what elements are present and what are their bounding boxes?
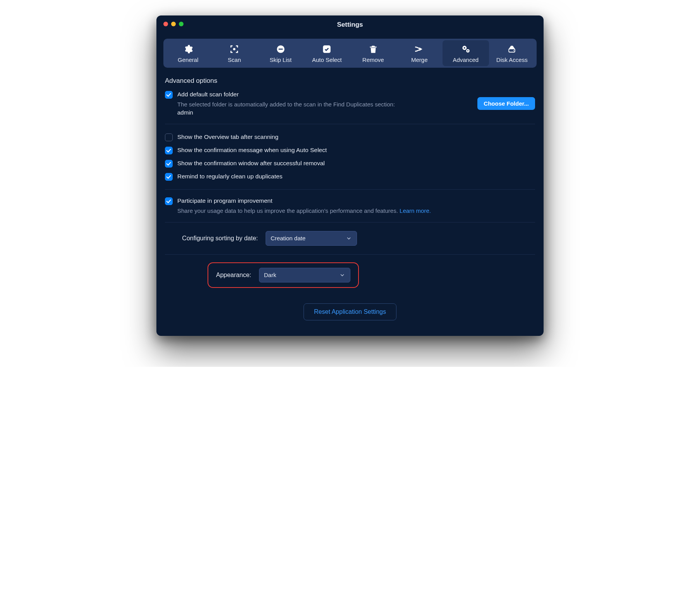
svg-rect-1 [278,49,283,50]
option-description: The selected folder is automatically add… [177,100,473,117]
option-label: Show the Overview tab after scanning [177,133,278,141]
zoom-window-button[interactable] [179,22,184,26]
option-description: Share your usage data to help us improve… [177,207,535,215]
checkbox-show-overview[interactable] [165,133,173,141]
trash-icon [368,44,378,54]
svg-point-8 [467,50,468,51]
sorting-label: Configuring sorting by date: [165,235,258,242]
tab-label: Disk Access [496,56,528,63]
option-label: Show the confirmation window after succe… [177,159,325,168]
settings-window: Settings General Scan Skip List Auto Sel… [156,15,544,336]
chevron-down-icon [339,272,345,278]
tab-remove[interactable]: Remove [350,40,396,66]
scan-icon [229,44,239,54]
tab-skip-list[interactable]: Skip List [257,40,304,66]
option-add-default-folder: Add default scan folder The selected fol… [165,89,535,118]
option-show-overview: Show the Overview tab after scanning [165,130,535,144]
tab-label: Auto Select [312,56,342,63]
window-title: Settings [337,21,363,29]
tab-general[interactable]: General [165,40,211,66]
divider [165,254,535,255]
window-controls [163,22,184,26]
settings-tabbar: General Scan Skip List Auto Select Remov… [163,39,537,68]
divider [165,124,535,124]
content-area: Advanced options Add default scan folder… [156,68,544,320]
check-square-icon [322,44,332,54]
checkbox-confirm-removal[interactable] [165,160,173,168]
option-label: Show the confirmation message when using… [177,146,327,154]
minimize-window-button[interactable] [171,22,176,26]
divider [165,222,535,222]
learn-more-link[interactable]: Learn more. [400,207,431,214]
option-program-improvement: Participate in program improvement Share… [165,195,535,216]
appearance-select[interactable]: Dark [259,268,350,282]
sorting-row: Configuring sorting by date: Creation da… [165,228,535,249]
option-confirm-removal: Show the confirmation window after succe… [165,157,535,170]
option-label: Participate in program improvement [177,197,535,205]
titlebar: Settings [156,15,544,34]
checkbox-remind-cleanup[interactable] [165,173,173,181]
tab-label: Merge [411,56,428,63]
tab-label: Advanced [453,56,479,63]
checkbox-program-improvement[interactable] [165,197,173,205]
checkbox-add-default-folder[interactable] [165,91,173,99]
svg-rect-3 [372,49,373,52]
svg-point-10 [513,50,514,51]
tab-scan[interactable]: Scan [211,40,258,66]
sorting-select[interactable]: Creation date [266,231,357,246]
svg-rect-4 [374,49,374,52]
reset-settings-button[interactable]: Reset Application Settings [304,303,396,320]
tab-auto-select[interactable]: Auto Select [304,40,350,66]
tab-disk-access[interactable]: Disk Access [489,40,535,66]
option-label: Remind to regularly clean up duplicates [177,172,282,181]
option-confirm-auto-select: Show the confirmation message when using… [165,144,535,157]
selected-folder-name: admin [177,109,193,116]
appearance-value: Dark [264,272,276,278]
divider [165,189,535,190]
gears-icon [461,44,471,54]
tab-label: Scan [228,56,241,63]
merge-icon [414,44,424,54]
gear-icon [183,44,193,54]
sorting-value: Creation date [271,235,305,241]
close-window-button[interactable] [163,22,168,26]
tab-label: Skip List [269,56,292,63]
minus-circle-icon [276,44,286,54]
section-title: Advanced options [165,77,535,85]
svg-point-6 [464,47,465,49]
appearance-highlight: Appearance: Dark [208,262,359,288]
tab-label: Remove [362,56,384,63]
option-remind-cleanup: Remind to regularly clean up duplicates [165,170,535,183]
tab-merge[interactable]: Merge [396,40,443,66]
option-label: Add default scan folder [177,90,473,99]
tab-label: General [178,56,198,63]
checkbox-confirm-auto-select[interactable] [165,147,173,154]
disk-icon [507,44,517,54]
appearance-label: Appearance: [216,272,251,279]
chevron-down-icon [346,235,352,241]
tab-advanced[interactable]: Advanced [443,40,489,66]
choose-folder-button[interactable]: Choose Folder... [477,97,535,110]
